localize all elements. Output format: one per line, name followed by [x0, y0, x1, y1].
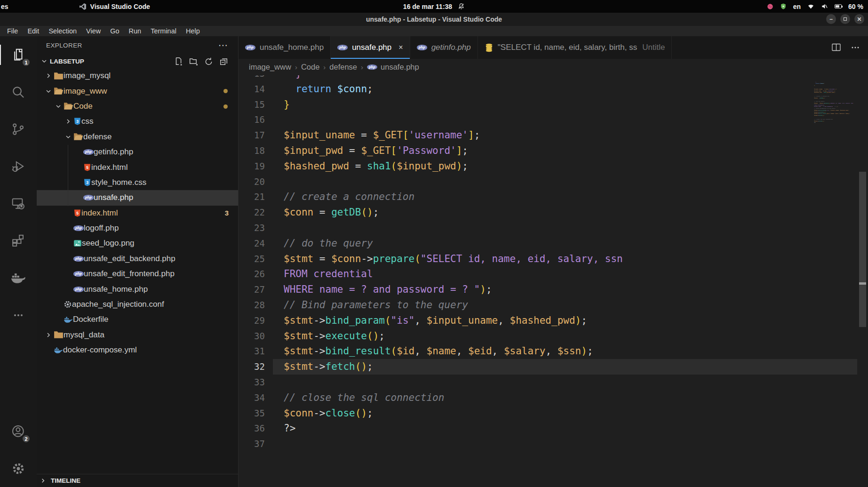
- tree-item-image-www[interactable]: image_www: [37, 83, 238, 98]
- split-editor-icon[interactable]: [831, 42, 842, 53]
- menu-go[interactable]: Go: [106, 27, 123, 35]
- minimize-button[interactable]: −: [826, 14, 836, 24]
- code-line[interactable]: 22$conn = getDB();: [239, 205, 857, 220]
- activity-explorer[interactable]: 1: [0, 36, 37, 73]
- breadcrumb-file[interactable]: phpunsafe.php: [367, 63, 419, 72]
- tree-item-mysql-data[interactable]: mysql_data: [37, 327, 238, 343]
- tree-item-getinfo-php[interactable]: phpgetinfo.php: [37, 144, 238, 160]
- more-actions-icon[interactable]: [850, 42, 860, 53]
- code-line[interactable]: 28// Bind parameters to the query: [239, 297, 857, 313]
- breadcrumb-code[interactable]: Code: [301, 63, 319, 72]
- code-line[interactable]: 23: [239, 220, 857, 236]
- menu-edit[interactable]: Edit: [23, 27, 43, 35]
- code-line[interactable]: 13 }: [239, 75, 857, 81]
- restore-button[interactable]: [840, 14, 850, 24]
- refresh-icon[interactable]: [204, 57, 213, 65]
- tree-item-label: seed_logo.png: [82, 239, 135, 248]
- code-line[interactable]: 19$hashed_pwd = sha1($input_pwd);: [239, 159, 857, 174]
- tree-item-css[interactable]: 3css: [37, 114, 238, 129]
- tree-item-defense[interactable]: defense: [37, 129, 238, 144]
- tree-item-seed-logo-png[interactable]: seed_logo.png: [37, 236, 238, 251]
- tree-item-unsafe-edit-frontend-php[interactable]: phpunsafe_edit_frontend.php: [37, 266, 238, 281]
- code-line[interactable]: 35$conn->close();: [239, 406, 857, 421]
- activity-source-control[interactable]: [0, 111, 37, 148]
- code-line[interactable]: 32$stmt->fetch();: [239, 359, 857, 375]
- breadcrumb-image_www[interactable]: image_www: [249, 63, 291, 72]
- tree-item-index-html[interactable]: 5index.html: [37, 160, 238, 175]
- activity-search[interactable]: [0, 73, 37, 111]
- volume-muted-icon: [821, 3, 828, 9]
- menu-help[interactable]: Help: [182, 27, 204, 35]
- new-folder-icon[interactable]: [189, 57, 198, 65]
- tab-untitled-sql[interactable]: "SELECT id, name, eid, salary, birth, ss…: [478, 36, 672, 59]
- activity-more-views[interactable]: [0, 296, 37, 334]
- code-line[interactable]: 17$input_uname = $_GET['username'];: [239, 128, 857, 143]
- menu-selection[interactable]: Selection: [44, 27, 81, 35]
- explorer-more-actions-icon[interactable]: ⋯: [218, 40, 229, 51]
- tree-item-dockerfile[interactable]: Dockerfile: [37, 312, 238, 327]
- code-line[interactable]: 25$stmt = $conn->prepare("SELECT id, nam…: [239, 251, 857, 267]
- line-number: 18: [239, 143, 265, 159]
- code-line[interactable]: 18$input_pwd = $_GET['Password'];: [239, 143, 857, 159]
- tree-item-unsafe-php[interactable]: phpunsafe.php: [37, 190, 238, 205]
- code-line[interactable]: 37: [239, 436, 857, 452]
- new-file-icon[interactable]: [174, 57, 183, 65]
- focused-app[interactable]: Visual Studio Code: [79, 3, 150, 10]
- tree-item-docker-compose-yml[interactable]: docker-compose.yml: [37, 343, 238, 358]
- activity-remote-explorer[interactable]: [0, 185, 37, 222]
- menu-view[interactable]: View: [82, 27, 105, 35]
- code-line[interactable]: 31$stmt->bind_result($id, $name, $eid, $…: [239, 343, 857, 359]
- timeline-section[interactable]: TIMELINE: [37, 474, 238, 487]
- tab-getinfo-php[interactable]: phpgetinfo.php: [410, 36, 478, 59]
- code-line[interactable]: 21// create a connection: [239, 189, 857, 205]
- code-line[interactable]: 16: [239, 112, 857, 128]
- scrollbar-slider[interactable]: [859, 172, 866, 327]
- tree-item-index-html[interactable]: 5index.html3: [37, 206, 238, 221]
- menu-run[interactable]: Run: [125, 27, 146, 35]
- collapse-all-icon[interactable]: [219, 57, 228, 65]
- explorer-title: EXPLORER: [46, 42, 82, 49]
- close-button[interactable]: ✕: [854, 14, 864, 24]
- minimap[interactable]: } return $conn;}$input_uname = $_GET['us…: [812, 81, 857, 175]
- activities-label[interactable]: es: [1, 3, 8, 10]
- activity-run-debug[interactable]: [0, 148, 37, 185]
- line-number: 16: [239, 112, 265, 128]
- code-line[interactable]: 36?>: [239, 421, 857, 436]
- breadcrumb[interactable]: image_www›Code›defense›phpunsafe.php: [239, 59, 868, 75]
- code-line[interactable]: 34// close the sql connection: [239, 390, 857, 406]
- menu-terminal[interactable]: Terminal: [146, 27, 181, 35]
- tree-item-apache-sql-injection-conf[interactable]: apache_sql_injection.conf: [37, 297, 238, 312]
- title-bar[interactable]: unsafe.php - Labsetup - Visual Studio Co…: [0, 13, 868, 26]
- activity-settings[interactable]: [0, 450, 37, 487]
- code-line[interactable]: 24// do the query: [239, 236, 857, 251]
- tree-item-code[interactable]: Code: [37, 99, 238, 114]
- code-line[interactable]: 26FROM credential: [239, 266, 857, 282]
- tab-close-icon[interactable]: ×: [398, 43, 403, 52]
- activity-account[interactable]: 2: [0, 413, 37, 450]
- code-line[interactable]: 27WHERE name = ? and password = ? ");: [239, 282, 857, 297]
- tree-item-image-mysql[interactable]: image_mysql: [37, 68, 238, 83]
- code-line[interactable]: 30$stmt->execute();: [239, 328, 857, 344]
- menu-file[interactable]: File: [3, 27, 22, 35]
- line-number: 22: [239, 205, 265, 220]
- clock-area[interactable]: 16 de mar 11:38: [282, 3, 586, 10]
- activity-docker[interactable]: [0, 259, 37, 296]
- activity-extensions[interactable]: [0, 222, 37, 259]
- tab-unsafe-home-php[interactable]: phpunsafe_home.php: [239, 36, 331, 59]
- code-line[interactable]: 33: [239, 375, 857, 390]
- code-line[interactable]: 20: [239, 174, 857, 190]
- editor-scrollbar[interactable]: [857, 75, 868, 487]
- tree-item-logoff-php[interactable]: phplogoff.php: [37, 221, 238, 236]
- code-line[interactable]: 14 return $conn;: [239, 81, 857, 97]
- code-line[interactable]: 29$stmt->bind_param("is", $input_uname, …: [239, 313, 857, 328]
- tree-item-unsafe-edit-backend-php[interactable]: phpunsafe_edit_backend.php: [37, 251, 238, 266]
- code-line[interactable]: 15}: [239, 97, 857, 112]
- tab-unsafe-php[interactable]: phpunsafe.php×: [331, 36, 410, 59]
- system-tray[interactable]: en 60 %: [586, 3, 868, 10]
- folder-section-labsetup[interactable]: LABSETUP: [37, 54, 238, 68]
- tab-label: unsafe_home.php: [260, 43, 324, 52]
- tree-item-style-home-css[interactable]: 3style_home.css: [37, 175, 238, 190]
- code-editor[interactable]: 13 }14 return $conn;15}1617$input_uname …: [239, 75, 857, 487]
- breadcrumb-defense[interactable]: defense: [329, 63, 357, 72]
- tree-item-unsafe-home-php[interactable]: phpunsafe_home.php: [37, 281, 238, 296]
